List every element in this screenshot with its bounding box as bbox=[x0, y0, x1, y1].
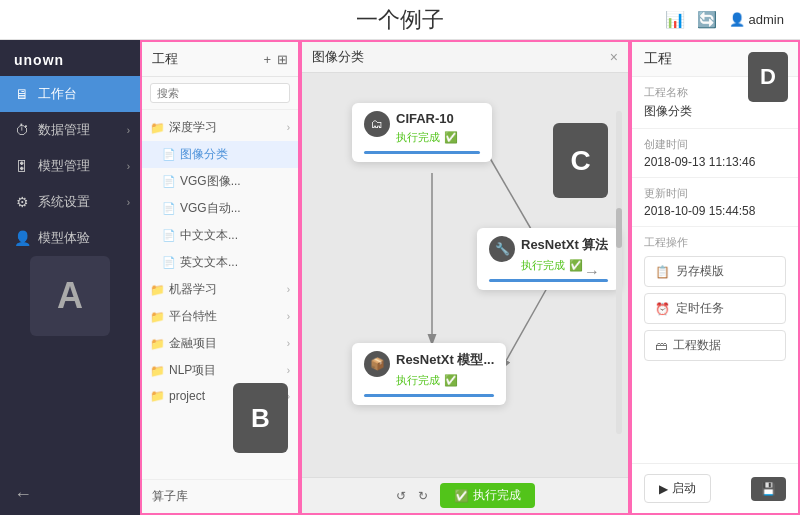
file-icon-en: 📄 bbox=[162, 256, 176, 269]
save-button[interactable]: 💾 bbox=[751, 477, 786, 501]
project-data-icon: 🗃 bbox=[655, 339, 667, 353]
tree-folder-ml[interactable]: 📁 机器学习 › bbox=[142, 276, 298, 303]
sidebar-item-modeltest[interactable]: 👤 模型体验 bbox=[0, 220, 140, 256]
save-version-button[interactable]: 📋 另存模版 bbox=[644, 256, 786, 287]
node-resnetxt-model[interactable]: 📦 ResNetXt 模型... 执行完成 ✅ bbox=[352, 343, 506, 405]
settings-icon: ⚙ bbox=[14, 194, 30, 210]
schedule-button[interactable]: ⏰ 定时任务 bbox=[644, 293, 786, 324]
schedule-icon: ⏰ bbox=[655, 302, 670, 316]
sidebar-collapse[interactable]: ← bbox=[0, 474, 140, 515]
layout-icon[interactable]: ⊞ bbox=[277, 52, 288, 67]
node-model-status: 执行完成 ✅ bbox=[396, 373, 494, 388]
execute-button[interactable]: ✅ 执行完成 bbox=[440, 483, 535, 508]
label-c: C bbox=[553, 123, 608, 198]
tree-item-cn-text[interactable]: 📄 中文文本... bbox=[142, 222, 298, 249]
canvas-close-button[interactable]: × bbox=[610, 49, 618, 65]
canvas-right-arrow: → bbox=[584, 263, 600, 281]
scroll-indicator bbox=[616, 111, 622, 434]
cifar-icon: 🗂 bbox=[364, 111, 390, 137]
node-cifar[interactable]: 🗂 CIFAR-10 执行完成 ✅ bbox=[352, 103, 492, 162]
folder-icon-nlp: 📁 bbox=[150, 364, 165, 378]
tree-item-image-classify[interactable]: 📄 图像分类 bbox=[142, 141, 298, 168]
execute-label: 执行完成 bbox=[473, 487, 521, 504]
created-time-label: 创建时间 bbox=[644, 137, 786, 152]
start-button[interactable]: ▶ 启动 bbox=[644, 474, 711, 503]
panel-c: 图像分类 × 🗂 bbox=[300, 40, 630, 515]
panel-b-header: 工程 + ⊞ bbox=[142, 42, 298, 77]
folder-icon-platform: 📁 bbox=[150, 310, 165, 324]
workbench-icon: 🖥 bbox=[14, 86, 30, 102]
save-icon: 💾 bbox=[761, 482, 776, 496]
sidebar-label-data: 数据管理 bbox=[38, 121, 90, 139]
search-input[interactable] bbox=[150, 83, 290, 103]
sidebar-item-workbench[interactable]: 🖥 工作台 bbox=[0, 76, 140, 112]
undo-button[interactable]: ↺ bbox=[396, 489, 406, 503]
created-time-section: 创建时间 2018-09-13 11:13:46 bbox=[632, 129, 798, 178]
play-icon: ▶ bbox=[659, 482, 668, 496]
panel-b-footer[interactable]: 算子库 bbox=[142, 479, 298, 513]
canvas-title: 图像分类 bbox=[312, 48, 364, 66]
chevron-right-ml: › bbox=[287, 284, 290, 295]
node-model-content: ResNetXt 模型... 执行完成 ✅ bbox=[396, 351, 494, 388]
schedule-label: 定时任务 bbox=[676, 300, 724, 317]
start-label: 启动 bbox=[672, 480, 696, 497]
refresh-icon[interactable]: 🔄 bbox=[697, 10, 717, 29]
file-icon-vgg2: 📄 bbox=[162, 202, 176, 215]
node-model-bar bbox=[364, 394, 494, 397]
node-resnetxt-algo[interactable]: 🔧 ResNetXt 算法 执行完成 ✅ bbox=[477, 228, 620, 290]
chevron-icon-settings: › bbox=[127, 197, 130, 208]
title-bar: 一个例子 📊 🔄 👤 admin bbox=[0, 0, 800, 40]
label-d: D bbox=[748, 52, 788, 102]
panel-b: 工程 + ⊞ 📁 深度学习 › 📄 图像分类 📄 VGG图像... bbox=[140, 40, 300, 515]
operations-label: 工程操作 bbox=[644, 235, 786, 250]
panel-d-title: 工程 bbox=[644, 50, 672, 66]
folder-icon-ml: 📁 bbox=[150, 283, 165, 297]
status-dot: ✅ bbox=[444, 131, 458, 144]
folder-icon-finance: 📁 bbox=[150, 337, 165, 351]
canvas-header: 图像分类 × bbox=[302, 42, 628, 73]
canvas-body[interactable]: 🗂 CIFAR-10 执行完成 ✅ 🔧 ResNetXt bbox=[302, 73, 628, 470]
scroll-thumb bbox=[616, 208, 622, 248]
node-cifar-status: 执行完成 ✅ bbox=[396, 130, 458, 145]
updated-time-section: 更新时间 2018-10-09 15:44:58 bbox=[632, 178, 798, 227]
project-data-button[interactable]: 🗃 工程数据 bbox=[644, 330, 786, 361]
tree-folder-finance[interactable]: 📁 金融项目 › bbox=[142, 330, 298, 357]
tree-folder-nlp[interactable]: 📁 NLP项目 › bbox=[142, 357, 298, 384]
chevron-icon-model: › bbox=[127, 161, 130, 172]
chevron-right-finance: › bbox=[287, 338, 290, 349]
chevron-right-platform: › bbox=[287, 311, 290, 322]
sidebar: unown 🖥 工作台 ⏱ 数据管理 › 🎛 模型管理 › ⚙ 系统设置 › 👤… bbox=[0, 40, 140, 515]
save-version-label: 另存模版 bbox=[676, 263, 724, 280]
folder-icon-project: 📁 bbox=[150, 389, 165, 403]
tree-folder-deeplearning[interactable]: 📁 深度学习 › bbox=[142, 114, 298, 141]
algo-icon: 🔧 bbox=[489, 236, 515, 262]
add-project-icon[interactable]: + bbox=[263, 52, 271, 67]
tree-item-vgg-auto[interactable]: 📄 VGG自动... bbox=[142, 195, 298, 222]
label-b: B bbox=[233, 383, 288, 453]
tree-item-vgg-image[interactable]: 📄 VGG图像... bbox=[142, 168, 298, 195]
sidebar-item-data[interactable]: ⏱ 数据管理 › bbox=[0, 112, 140, 148]
svg-line-2 bbox=[502, 288, 547, 368]
page-title: 一个例子 bbox=[356, 5, 444, 35]
data-icon: ⏱ bbox=[14, 122, 30, 138]
tree-item-en-text[interactable]: 📄 英文文本... bbox=[142, 249, 298, 276]
redo-button[interactable]: ↻ bbox=[418, 489, 428, 503]
node-model-title: ResNetXt 模型... bbox=[396, 351, 494, 369]
node-cifar-title: CIFAR-10 bbox=[396, 111, 458, 126]
chevron-right-icon: › bbox=[287, 122, 290, 133]
tree-folder-platform[interactable]: 📁 平台特性 › bbox=[142, 303, 298, 330]
sidebar-item-settings[interactable]: ⚙ 系统设置 › bbox=[0, 184, 140, 220]
node-cifar-bar bbox=[364, 151, 480, 154]
username: admin bbox=[749, 12, 784, 27]
tree-section: 📁 深度学习 › 📄 图像分类 📄 VGG图像... 📄 VGG自动... 📄 … bbox=[142, 110, 298, 412]
chart-icon[interactable]: 📊 bbox=[665, 10, 685, 29]
sidebar-label-model: 模型管理 bbox=[38, 157, 90, 175]
main-layout: unown 🖥 工作台 ⏱ 数据管理 › 🎛 模型管理 › ⚙ 系统设置 › 👤… bbox=[0, 40, 800, 515]
sidebar-label-workbench: 工作台 bbox=[38, 85, 77, 103]
node-algo-title: ResNetXt 算法 bbox=[521, 236, 608, 254]
sidebar-item-model[interactable]: 🎛 模型管理 › bbox=[0, 148, 140, 184]
sidebar-label-settings: 系统设置 bbox=[38, 193, 90, 211]
updated-time-value: 2018-10-09 15:44:58 bbox=[644, 204, 786, 218]
label-a: A bbox=[30, 256, 110, 336]
file-icon-cn: 📄 bbox=[162, 229, 176, 242]
